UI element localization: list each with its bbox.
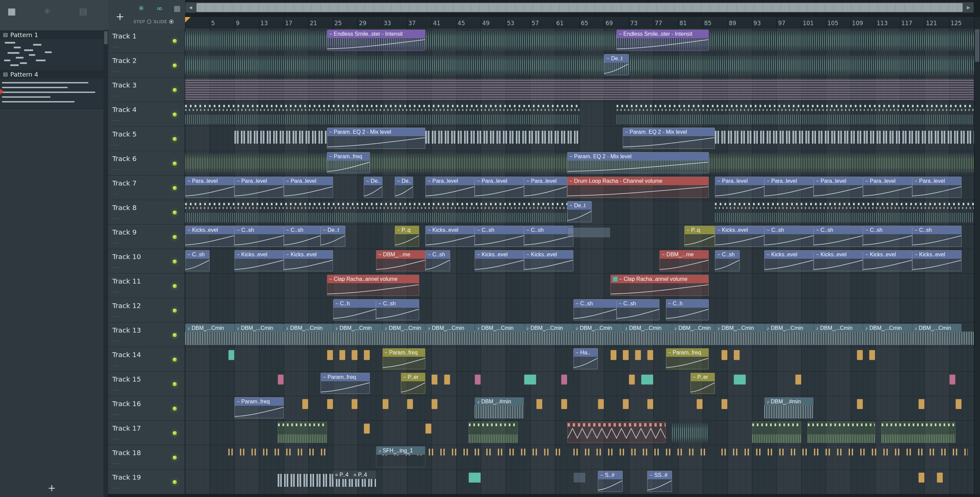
clip-de-t[interactable]: ~De..t [364,177,382,198]
scrollbar-thumb[interactable] [975,29,979,62]
clip-dbm-cmin[interactable]: ♪DBM_...Cmin [524,324,573,345]
clip-dbm-cmin[interactable]: ♪DBM_...Cmin [185,324,234,345]
clip-mini[interactable] [733,350,740,360]
pattern-item-1[interactable]: ▤ Pattern 1 [0,30,103,69]
track-options[interactable]: ... [113,239,119,244]
clip-kicks-evel[interactable]: ~Kicks..evel [715,226,764,247]
clip-endless-smile-ster-intensit[interactable]: ~Endless Smile..ster - Intensit [327,30,426,51]
magnet-icon[interactable]: ✳ [138,5,144,12]
clip-dbm-cmin[interactable]: ♪DBM_...Cmin [284,324,333,345]
track-mute-led[interactable] [172,137,177,142]
clip-s[interactable]: ~S..# [598,471,622,492]
pattern-preview[interactable] [0,39,103,69]
track-header-row[interactable]: Track 7... [108,176,185,200]
clip-wave-teal[interactable] [185,56,974,75]
track-header-row[interactable]: Track 11... [108,274,185,298]
pattern-header[interactable]: ▤ Pattern 1 [0,30,103,39]
clip-dbm-cmin[interactable]: ♪DBM_...Cmin [573,324,623,345]
clip-green-notes[interactable] [881,422,955,443]
track-header-row[interactable]: Track 12... [108,298,185,323]
track-header-row[interactable]: Track 2... [108,53,185,78]
playlist-track-lane[interactable]: ~Para..level~Para..level~Para..level~De.… [185,176,974,200]
scrollbar-thumb[interactable] [196,3,963,12]
clip-mini[interactable] [623,399,629,409]
track-mute-led[interactable] [172,406,177,411]
clip-tan-marks[interactable] [475,449,567,464]
clip-mini[interactable] [611,350,617,360]
clip-param-eq-2-mix-level[interactable]: ~Param. EQ 2 - Mix level [567,152,709,173]
track-options[interactable]: ... [113,141,119,147]
clip-mini[interactable] [635,350,641,360]
track-name[interactable]: Track 17 [112,424,141,432]
playlist-track-lane[interactable]: ~Clap Racha..annel volume~Clap Racha..an… [185,274,974,298]
clip-green-notes[interactable] [808,422,875,443]
clip-mini[interactable] [721,350,727,360]
clip-kicks-evel[interactable]: ~Kicks..evel [234,250,284,271]
clip-dbm-cmin[interactable]: ♪DBM_...Cmin [475,324,524,345]
track-mute-led[interactable] [172,112,177,117]
scroll-right-button[interactable]: ▶ [963,2,974,13]
clip-param-freq[interactable]: ~Param..freq [327,152,370,173]
track-name[interactable]: Track 4 [112,105,137,114]
track-header-row[interactable]: Track 6... [108,151,185,176]
clip-para-level[interactable]: ~Para..level [284,177,333,198]
playlist-grid[interactable]: ~Endless Smile..ster - Intensit~Endless … [185,29,974,494]
clip-wave-teal[interactable] [185,31,974,50]
track-name[interactable]: Track 12 [112,302,141,310]
clip-dbm-cmin[interactable]: ♪DBM_...Cmin [333,324,382,345]
clip-mini[interactable] [382,399,388,409]
clip-c-sh[interactable]: ~C..sh [475,226,524,247]
clip-dbm-min[interactable]: ♪DBM_..#min [764,397,814,418]
clip-mini[interactable] [918,399,924,409]
clip-c-sh[interactable]: ~C..sh [912,226,962,247]
clip-mini[interactable] [641,374,653,385]
pattern-item-4[interactable]: ▤ Pattern 4 [0,69,103,109]
track-name[interactable]: Track 7 [112,179,137,187]
clip-clap-racha-annel-volume[interactable]: ~Clap Racha..annel volume [611,275,709,296]
clip-para-level[interactable]: ~Para..level [814,177,863,198]
scroll-left-button[interactable]: ◀ [185,2,196,13]
clip-p-q[interactable]: ~P..q [395,226,419,247]
clip-dbm-cmin[interactable]: ♪DBM_...Cmin [623,324,672,345]
clip-c-h[interactable]: ~C..h [333,299,376,320]
track-mute-led[interactable] [172,431,177,436]
clip-red-zig[interactable] [567,422,666,443]
track-header-row[interactable]: Track 15... [108,372,185,396]
clip-p-4[interactable]: ≡P..4 [352,471,376,479]
clip-dbm-cmin[interactable]: ♪DBM_...Cmin [863,324,912,345]
track-options[interactable]: ... [113,337,119,342]
clip-endless-smile-ster-intensit[interactable]: ~Endless Smile..ster - Intensit [617,30,709,51]
clip-c-sh[interactable]: ~C..sh [524,226,573,247]
clip-para-level[interactable]: ~Para..level [764,177,814,198]
playlist-track-lane[interactable]: ~Kicks..evel~C..sh~C..sh~De..t~P..q~Kick… [185,225,974,249]
playlist-track-lane[interactable]: ~C..h~C..sh~C..sh~C..sh~C..h [185,298,974,323]
clip-para-level[interactable]: ~Para..level [715,177,764,198]
clip-p-4[interactable]: ≡P..4 [333,471,352,479]
clip-dbm-cmin[interactable]: ♪DBM_...Cmin [382,324,426,345]
clip-mini[interactable] [364,424,370,434]
clip-mini[interactable] [524,374,536,385]
playlist-track-lane[interactable]: ~Endless Smile..ster - Intensit~Endless … [185,29,974,53]
track-name[interactable]: Track 1 [112,32,137,40]
clip-de-t[interactable]: ~De..t [567,201,592,222]
track-name[interactable]: Track 11 [112,277,141,285]
track-header-row[interactable]: Track 8... [108,200,185,225]
clip-green-notes[interactable] [469,422,518,443]
clip-steps[interactable] [715,131,974,143]
playlist-track-lane[interactable]: ~Param..freq~Ha..~Param..freq [185,347,974,372]
scrollbar-thumb[interactable] [104,31,108,44]
clip-ss[interactable]: ~SS..# [647,471,672,492]
clip-notes[interactable] [715,202,974,222]
track-options[interactable]: ... [113,484,119,489]
clip-param-freq[interactable]: ~Param..freq [666,348,709,370]
clip-c-sh[interactable]: ~C..sh [715,250,740,271]
clip-dbm-cmin[interactable]: ♪DBM_...Cmin [425,324,475,345]
clip-c-h[interactable]: ~C..h [666,299,709,320]
horizontal-scrollbar[interactable]: ◀ ▶ [185,2,974,13]
clip-c-sh[interactable]: ~C..sh [814,226,863,247]
clip-mini[interactable] [228,350,234,360]
clip-mini[interactable] [327,350,333,360]
clip-mini[interactable] [918,473,924,483]
pattern-header[interactable]: ▤ Pattern 4 [0,69,103,79]
playhead-start-marker[interactable] [185,17,191,22]
